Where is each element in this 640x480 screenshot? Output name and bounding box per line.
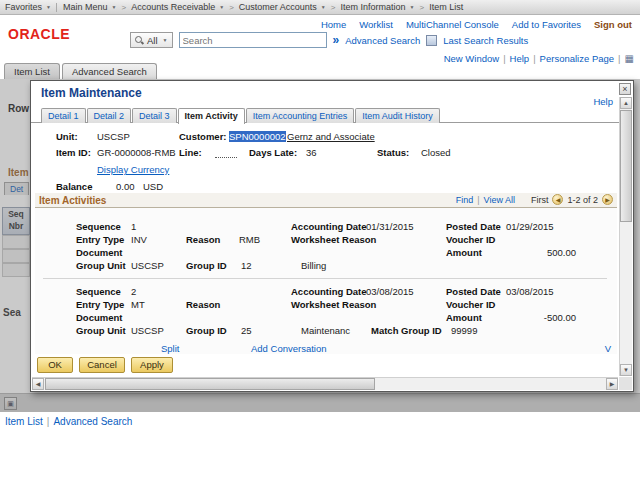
crumb-label: Accounts Receivable — [131, 2, 215, 12]
truncated-view-link[interactable]: V — [605, 343, 611, 354]
menu-main-menu[interactable]: Main Menu▼ — [63, 2, 116, 12]
apply-button[interactable]: Apply — [131, 357, 173, 373]
footer-links: Item List | Advanced Search — [5, 416, 132, 427]
tab-advanced-search[interactable]: Advanced Search — [62, 63, 157, 80]
new-window-link[interactable]: New Window — [444, 53, 499, 64]
search-icon — [135, 36, 144, 45]
add-conversation-link[interactable]: Add Conversation — [251, 343, 327, 354]
scroll-up-icon[interactable]: ▲ — [620, 97, 632, 109]
ok-button[interactable]: OK — [37, 357, 73, 373]
scroll-left-icon[interactable]: ◀ — [32, 378, 44, 390]
worksheet-reason-label: Worksheet Reason — [291, 299, 376, 310]
tab-detail-1[interactable]: Detail 1 — [41, 108, 86, 123]
balance-value: 0.00 — [116, 181, 135, 192]
scrollbar-corner — [619, 377, 632, 390]
page-action-bar: New Window | Help | Personalize Page | ▦ — [444, 53, 634, 64]
amount-label: Amount — [446, 312, 482, 323]
footer-advanced-search-link[interactable]: Advanced Search — [53, 416, 132, 427]
group-id-link[interactable]: 25 — [241, 325, 252, 336]
breadcrumb-separator-icon: > — [419, 3, 424, 12]
separator: | — [47, 416, 50, 427]
modal-vertical-scrollbar[interactable]: ▲ ▼ — [619, 97, 632, 376]
amount-value: -500.00 — [486, 312, 576, 323]
crumb-accounts-receivable[interactable]: Accounts Receivable▼ — [131, 2, 224, 12]
breadcrumb-divider — [56, 3, 57, 12]
search-go-button[interactable]: » — [333, 34, 340, 46]
nav-worklist[interactable]: Worklist — [359, 19, 393, 30]
footer-item-list-link[interactable]: Item List — [5, 416, 43, 427]
item-maintenance-modal: Item Maintenance × Help Detail 1 Detail … — [30, 80, 634, 392]
nav-multichannel-console[interactable]: MultiChannel Console — [406, 19, 499, 30]
advanced-search-link[interactable]: Advanced Search — [345, 35, 420, 46]
page-range: 1-2 of 2 — [567, 195, 598, 205]
breadcrumb-separator-icon: > — [331, 3, 336, 12]
tab-detail-2[interactable]: Detail 2 — [87, 108, 132, 123]
sequence-value: 2 — [131, 286, 136, 297]
chevron-down-icon: ▼ — [163, 37, 168, 43]
line-field[interactable] — [215, 147, 237, 158]
crumb-customer-accounts[interactable]: Customer Accounts▼ — [239, 2, 326, 12]
view-all-link[interactable]: View All — [484, 195, 515, 205]
modal-title: Item Maintenance — [41, 86, 142, 100]
activity-row: Sequence 1 Accounting Date 01/31/2015 Po… — [31, 221, 619, 275]
previous-page-icon[interactable]: ◀ — [552, 194, 563, 205]
breadcrumb: Favorites▼ Main Menu▼ > Accounts Receiva… — [0, 0, 640, 15]
sequence-label: Sequence — [76, 286, 121, 297]
modal-help-link[interactable]: Help — [593, 96, 613, 107]
voucher-id-label: Voucher ID — [446, 234, 495, 245]
tab-detail-3[interactable]: Detail 3 — [132, 108, 177, 123]
tab-item-activity[interactable]: Item Activity — [178, 108, 245, 124]
search-input[interactable] — [179, 32, 327, 48]
horizontal-scrollbar-thumb[interactable] — [45, 378, 375, 390]
menu-favorites[interactable]: Favorites▼ — [5, 2, 51, 12]
chevron-down-icon: ▼ — [46, 4, 51, 10]
days-late-label: Days Late: — [249, 147, 297, 158]
group-id-link[interactable]: 12 — [241, 260, 252, 271]
tab-item-list[interactable]: Item List — [4, 63, 60, 80]
document-label: Document — [76, 312, 122, 323]
customer-id-field[interactable]: SPN0000002 — [229, 131, 286, 142]
sequence-label: Sequence — [76, 221, 121, 232]
modal-tabs: Detail 1 Detail 2 Detail 3 Item Activity… — [41, 108, 440, 123]
separator: | — [533, 53, 535, 64]
tab-item-accounting-entries[interactable]: Item Accounting Entries — [246, 108, 355, 123]
posted-date-value: 03/08/2015 — [506, 286, 554, 297]
display-currency-link[interactable]: Display Currency — [97, 164, 169, 175]
nav-add-to-favorites[interactable]: Add to Favorites — [512, 19, 581, 30]
chevron-down-icon: ▼ — [112, 4, 117, 10]
days-late-value: 36 — [306, 147, 317, 158]
customer-label: Customer: — [179, 131, 227, 142]
find-link[interactable]: Find — [456, 195, 474, 205]
crumb-label: Item Information — [340, 2, 405, 12]
help-link[interactable]: Help — [510, 53, 530, 64]
status-value: Closed — [421, 147, 451, 158]
personalize-page-link[interactable]: Personalize Page — [540, 53, 614, 64]
crumb-item-list[interactable]: Item List — [429, 2, 463, 12]
tab-item-audit-history[interactable]: Item Audit History — [355, 108, 440, 123]
row-divider — [43, 278, 607, 279]
scroll-right-icon[interactable]: ▶ — [606, 378, 618, 390]
scroll-down-icon[interactable]: ▼ — [620, 364, 632, 376]
accounting-date-label: Accounting Date — [291, 221, 366, 232]
item-id-label: Item ID: — [56, 147, 91, 158]
separator: | — [618, 53, 620, 64]
customer-name-link[interactable]: Gernz and Associate — [287, 131, 375, 142]
nav-home[interactable]: Home — [321, 19, 346, 30]
document-label: Document — [76, 247, 122, 258]
modal-close-button[interactable]: × — [619, 83, 631, 95]
match-group-id-link[interactable]: 99999 — [451, 325, 477, 336]
cancel-button[interactable]: Cancel — [79, 357, 125, 373]
split-link[interactable]: Split — [161, 343, 179, 354]
search-scope-select[interactable]: All ▼ — [130, 32, 173, 48]
modal-horizontal-scrollbar[interactable]: ◀ ▶ — [32, 377, 618, 390]
crumb-item-information[interactable]: Item Information▼ — [340, 2, 414, 12]
item-activities-title: Item Activities — [39, 195, 106, 206]
next-page-icon[interactable]: ▶ — [602, 194, 613, 205]
balance-label: Balance — [56, 181, 92, 192]
signout-link[interactable]: Sign out — [594, 19, 632, 30]
last-search-results-link[interactable]: Last Search Results — [443, 35, 528, 46]
worksheet-reason-label: Worksheet Reason — [291, 234, 376, 245]
vertical-scrollbar-thumb[interactable] — [620, 110, 632, 222]
personalize-layout-icon[interactable]: ▦ — [625, 54, 634, 64]
crumb-label: Item List — [429, 2, 463, 12]
